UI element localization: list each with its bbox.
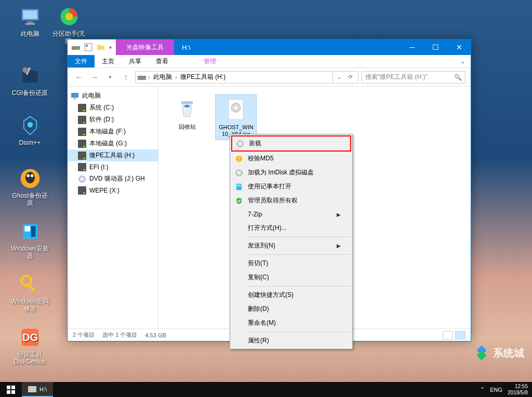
search-input[interactable]: 搜索"微PE工具箱 (H:)" 🔍 — [362, 71, 466, 84]
menu-imdisk[interactable]: 加载为 ImDisk 虚拟磁盘 — [231, 166, 351, 180]
tab-share[interactable]: 共享 — [122, 55, 149, 67]
view-details-button[interactable] — [443, 331, 453, 339]
breadcrumb-root[interactable]: 此电脑 — [152, 73, 173, 81]
tray-up-icon[interactable]: ⌃ — [480, 386, 485, 393]
svg-rect-44 — [237, 186, 241, 186]
menu-shortcut[interactable]: 创建快捷方式(S) — [231, 288, 351, 302]
navigation-pane: 此电脑 系统 (C:) 软件 (D:) 本地磁盘 (F:) 本地磁盘 (G:) … — [68, 87, 158, 328]
desktop-icon-password[interactable]: Windows密码修改 — [10, 272, 49, 312]
search-icon: 🔍 — [454, 74, 462, 81]
svg-rect-27 — [144, 78, 145, 79]
svg-rect-49 — [28, 386, 36, 392]
nav-drive-h[interactable]: 微PE工具箱 (H:) — [68, 149, 158, 161]
svg-rect-3 — [25, 23, 34, 25]
shield-icon — [234, 197, 244, 205]
breadcrumb[interactable]: › 此电脑 › 微PE工具箱 (H:) ⌄ ⟳ — [135, 71, 358, 84]
maximize-button[interactable]: ☐ — [424, 39, 447, 55]
nav-this-pc[interactable]: 此电脑 — [68, 90, 158, 102]
notepad-icon — [234, 183, 244, 191]
ribbon-expand-icon[interactable]: ⌄ — [455, 55, 471, 67]
folder-icon[interactable] — [97, 43, 105, 51]
nav-dvd-drive[interactable]: DVD 驱动器 (J:) GH — [68, 173, 158, 185]
qat-dropdown-icon[interactable]: ▾ — [109, 45, 112, 50]
disc-icon — [234, 169, 244, 177]
desktop-icon-wininst[interactable]: Windows安装器 — [10, 219, 49, 259]
svg-point-41 — [238, 172, 240, 174]
menu-openwith[interactable]: 打开方式(H)... — [231, 221, 351, 235]
nav-drive-g[interactable]: 本地磁盘 (G:) — [68, 138, 158, 149]
svg-rect-45 — [7, 386, 10, 389]
nav-drive-c[interactable]: 系统 (C:) — [68, 102, 158, 114]
start-button[interactable] — [0, 382, 22, 397]
taskbar: H:\ ⌃ ENG 12:55 2018/5/8 — [0, 382, 532, 397]
svg-point-8 — [22, 67, 28, 73]
svg-rect-50 — [34, 390, 35, 391]
tab-home[interactable]: 主页 — [95, 55, 122, 67]
menu-cut[interactable]: 剪切(T) — [231, 256, 351, 270]
svg-rect-23 — [78, 48, 79, 49]
titlebar[interactable]: ▾ 光盘映像工具 H:\ ─ ☐ ✕ — [68, 39, 471, 55]
menu-7zip[interactable]: 7-Zip ▶ — [231, 208, 351, 221]
drive-icon — [138, 73, 146, 81]
drive-icon — [28, 386, 36, 392]
chevron-right-icon: ▶ — [337, 243, 341, 249]
svg-text:DG: DG — [22, 332, 37, 343]
svg-point-35 — [235, 106, 237, 109]
menu-copy[interactable]: 复制(C) — [231, 270, 351, 284]
svg-point-5 — [65, 13, 73, 21]
menu-rename[interactable]: 重命名(M) — [231, 316, 351, 330]
svg-point-11 — [25, 172, 34, 183]
svg-text:!: ! — [238, 156, 240, 162]
svg-rect-25 — [86, 45, 88, 47]
svg-point-17 — [21, 276, 31, 285]
menu-mount[interactable]: 装载 — [231, 135, 351, 152]
desktop-icon-dism[interactable]: Dism++ — [10, 113, 49, 146]
view-icons-button[interactable] — [455, 331, 466, 339]
menu-separator — [248, 254, 351, 255]
nav-forward-button[interactable]: → — [88, 71, 101, 84]
context-menu: 装载 ! 校验MD5 加载为 ImDisk 虚拟磁盘 使用记事本打开 管理员取得… — [230, 134, 353, 349]
desktop-icon-ghost[interactable]: Ghost备份还原 — [10, 166, 49, 207]
quick-access-toolbar: ▾ — [68, 39, 116, 55]
disc-icon — [235, 140, 245, 148]
nav-back-button[interactable]: ← — [73, 71, 85, 84]
nav-drive-f[interactable]: 本地磁盘 (F:) — [68, 126, 158, 138]
menu-admin[interactable]: 管理员取得所有权 — [231, 194, 351, 208]
menu-sendto[interactable]: 发送到(N) ▶ — [231, 239, 351, 253]
file-iso[interactable]: GHOST_WIN10_X64.iso — [215, 94, 257, 140]
menu-notepad[interactable]: 使用记事本打开 — [231, 180, 351, 194]
svg-rect-43 — [237, 185, 241, 185]
breadcrumb-current[interactable]: 微PE工具箱 (H:) — [179, 73, 227, 81]
svg-rect-22 — [72, 46, 80, 50]
taskbar-item-explorer[interactable]: H:\ — [22, 382, 53, 397]
minimize-button[interactable]: ─ — [401, 39, 424, 55]
address-bar: ← → ▾ ↑ › 此电脑 › 微PE工具箱 (H:) ⌄ ⟳ 搜索"微PE工具… — [68, 68, 471, 87]
tab-manage[interactable]: 管理 — [196, 55, 223, 67]
svg-rect-16 — [31, 226, 35, 237]
nav-drive-x[interactable]: WEPE (X:) — [68, 185, 158, 196]
nav-drive-d[interactable]: 软件 (D:) — [68, 114, 158, 126]
tray-language[interactable]: ENG — [490, 387, 502, 393]
nav-up-button[interactable]: ↑ — [119, 71, 132, 84]
close-button[interactable]: ✕ — [447, 39, 471, 55]
desktop-icon-pc[interactable]: 此电脑 — [10, 4, 49, 37]
file-recycle-bin[interactable]: 回收站 — [166, 94, 208, 132]
menu-md5[interactable]: ! 校验MD5 — [231, 152, 351, 166]
nav-history-dropdown[interactable]: ▾ — [104, 71, 116, 84]
desktop-icon-diskgenius[interactable]: DG 分区工具DiskGenius — [10, 325, 49, 365]
tray-clock[interactable]: 12:55 2018/5/8 — [508, 384, 528, 396]
tab-file[interactable]: 文件 — [68, 55, 95, 67]
svg-rect-48 — [11, 390, 15, 394]
properties-icon[interactable] — [84, 43, 92, 51]
menu-delete[interactable]: 删除(D) — [231, 302, 351, 316]
status-item-count: 2 个项目 — [73, 331, 95, 339]
desktop-icon-cgi[interactable]: CGI备份还原 — [10, 63, 49, 97]
nav-drive-i[interactable]: EFI (I:) — [68, 161, 158, 173]
svg-rect-47 — [7, 390, 10, 394]
breadcrumb-dropdown-icon[interactable]: ⌄ — [333, 72, 344, 83]
refresh-button[interactable]: ⟳ — [344, 72, 356, 83]
menu-properties[interactable]: 属性(R) — [231, 334, 351, 348]
tab-view[interactable]: 查看 — [149, 55, 176, 67]
svg-rect-32 — [181, 101, 193, 104]
system-tray: ⌃ ENG 12:55 2018/5/8 — [476, 382, 532, 397]
